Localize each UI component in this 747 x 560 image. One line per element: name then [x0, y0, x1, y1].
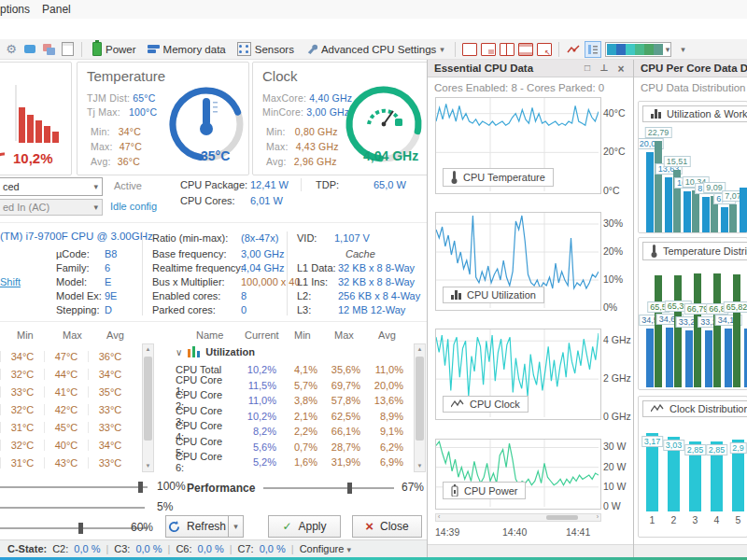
power-button[interactable]: Power [89, 41, 140, 57]
scroll-up-icon[interactable]: ▲ [415, 344, 425, 355]
temperature-card: Temperature TJM Dist: 65°C Tj Max: 100°C… [77, 62, 249, 175]
bar-value-label: 2,85 [706, 444, 728, 455]
slider-3-thumb[interactable] [78, 523, 83, 534]
idle-config-link[interactable]: Idle config [110, 201, 157, 212]
advanced-cpu-settings-button[interactable]: Advanced CPU Settings ▾ [302, 42, 448, 56]
chat-icon[interactable] [22, 42, 37, 57]
util-cell: 57,8% [323, 395, 366, 406]
speed-shift-link[interactable]: Shift [0, 276, 21, 287]
table-row[interactable]: 32°C42°C33°C [0, 400, 140, 418]
table-row[interactable]: 33°C41°C35°C [0, 383, 140, 400]
layers-icon[interactable] [41, 42, 56, 57]
scroll-down-icon[interactable]: ▼ [415, 461, 425, 471]
table-row[interactable]: 31°C43°C33°C [0, 454, 140, 471]
scroll-up-icon[interactable]: ▲ [143, 344, 153, 355]
temperature-card-title: Temperature [87, 68, 165, 84]
table-row[interactable]: CPU Core 6:5,2%1,6%31,9%6,9% [176, 455, 411, 470]
wrench-icon [305, 43, 317, 55]
configure-menu[interactable]: Configure ▾ [300, 543, 351, 554]
table-row[interactable]: 31°C45°C33°C [0, 418, 140, 436]
util-table-scrollbar[interactable]: ▲ ▼ [414, 343, 426, 472]
data-list-toggle[interactable] [585, 41, 601, 58]
layout-popout-icon[interactable] [537, 42, 552, 57]
l2-value: 256 KB x 8 4-Way [338, 290, 420, 301]
layout-window-icon[interactable] [462, 42, 477, 57]
divider [142, 231, 143, 315]
scroll-thumb[interactable] [416, 357, 424, 441]
axis-tick-label: 4 GHz [603, 334, 631, 345]
apply-button[interactable]: ✓ Apply [268, 515, 341, 538]
utilization-mini-bars [10, 83, 66, 148]
refresh-button[interactable]: Refresh [165, 515, 229, 538]
temp-cell: 34°C [88, 440, 132, 451]
cpu-power-legend: CPU Power [443, 482, 526, 499]
cpu-package-label: CPU Package: [180, 179, 247, 190]
distribution-panel-header[interactable]: CPU Per Core Data Distrib [634, 60, 747, 77]
divider: | [230, 543, 233, 554]
pin-icon[interactable]: ⊤ [598, 63, 611, 73]
util-cell: 8,9% [366, 411, 409, 422]
refresh-dropdown[interactable]: ▾ [228, 515, 244, 538]
layout-dock-icon[interactable] [481, 42, 496, 57]
power-plan-select[interactable]: ced ▾ [0, 177, 103, 196]
toolbar-separator [455, 42, 456, 57]
max-label: Max: [266, 141, 289, 152]
chart-line-icon[interactable] [566, 42, 581, 57]
close-panel-icon[interactable]: × [614, 63, 627, 76]
layout-rows-icon[interactable] [518, 42, 533, 57]
clock-card: Clock MaxCore: 4,40 GHz MinCore: 3,00 GH… [252, 62, 430, 175]
toolbar-overflow-arrow[interactable]: ▾ [681, 45, 685, 54]
chart-h-scrollbar[interactable]: ‹ › [435, 513, 601, 522]
temperature-distribution-bar [733, 274, 740, 387]
util-cell: 8,2% [237, 426, 282, 437]
essential-panel-title: Essential CPU Data [434, 63, 533, 74]
util-cell: 28,7% [323, 441, 366, 453]
utilization-workload-bar [646, 152, 654, 232]
scroll-right-icon[interactable]: › [597, 513, 599, 520]
util-cell: 13,6% [366, 395, 409, 406]
util-cell: 2,2% [282, 426, 323, 437]
power-source-select[interactable]: ed In (AC) ▾ [0, 199, 103, 216]
cpu-settings-icon[interactable]: ⚙ [4, 42, 19, 57]
performance-slider[interactable] [263, 487, 394, 489]
sensors-button[interactable]: Sensors [233, 41, 298, 57]
utilization-gauge-value: 10,2% [13, 150, 53, 166]
performance-slider-thumb[interactable] [347, 483, 352, 494]
color-theme-dropdown[interactable]: ▾ [605, 42, 672, 57]
power-source-value: ed In (AC) [3, 202, 49, 213]
performance-label: Performance [187, 482, 255, 495]
cpu-name: (TM) i7-9700F CPU @ 3.00GHz [0, 231, 153, 242]
table-row[interactable]: 34°C47°C36°C [0, 347, 140, 365]
scroll-left-icon[interactable]: ‹ [438, 513, 440, 520]
scroll-down-icon[interactable]: ▼ [143, 461, 153, 471]
parked-cores-value: 0 [241, 304, 247, 315]
tjm-value: 65°C [133, 92, 155, 104]
slider-2[interactable] [0, 507, 145, 509]
menu-options[interactable]: ptions [0, 0, 39, 19]
temperature-distribution-bar [725, 329, 732, 387]
ucode-label: µCode: [56, 248, 90, 259]
scroll-thumb[interactable] [546, 515, 578, 520]
clock-card-title: Clock [262, 68, 298, 84]
table-row[interactable]: 32°C44°C34°C [0, 365, 140, 383]
slider-3[interactable] [0, 527, 148, 529]
table-row[interactable]: 32°C40°C34°C [0, 436, 140, 454]
temp-table-scrollbar[interactable]: ▲ ▼ [142, 343, 154, 472]
essential-panel-header[interactable]: Essential CPU Data □ ⊤ × [428, 60, 633, 77]
power-plan-value: ced [3, 181, 20, 192]
expand-chevron-icon[interactable]: ∨ [176, 347, 182, 357]
slider-1-thumb[interactable] [138, 482, 143, 493]
util-group-row[interactable]: ∨ Utilization [176, 346, 255, 357]
memory-data-button[interactable]: Memory data [144, 43, 230, 56]
temp-cell: 43°C [44, 457, 88, 469]
layout-columns-icon[interactable] [500, 42, 514, 57]
report-icon[interactable] [60, 42, 75, 57]
close-button[interactable]: × Close [352, 515, 422, 538]
bar-x-label: 2 [671, 514, 677, 525]
slider-1[interactable] [0, 486, 148, 488]
menu-panel[interactable]: Panel [42, 0, 80, 19]
scroll-thumb[interactable] [144, 357, 152, 441]
maximize-icon[interactable]: □ [581, 63, 594, 73]
refresh-icon [168, 521, 180, 533]
util-group-label: Utilization [205, 346, 255, 357]
